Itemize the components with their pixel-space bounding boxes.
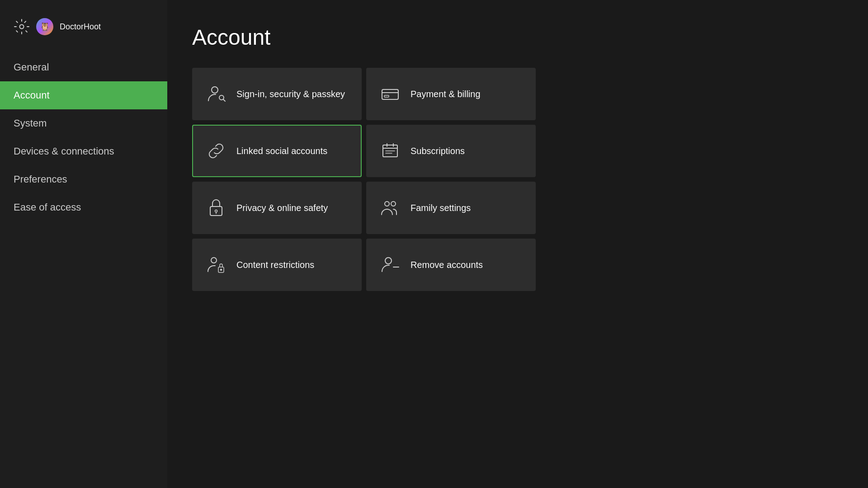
tile-subscriptions-label: Subscriptions <box>410 145 465 157</box>
svg-point-1 <box>212 87 218 93</box>
tile-linked-social-label: Linked social accounts <box>236 145 327 157</box>
tile-subscriptions[interactable]: Subscriptions <box>366 125 536 177</box>
link-icon <box>206 141 226 161</box>
username-label: DoctorHoot <box>60 22 101 32</box>
sidebar-item-preferences[interactable]: Preferences <box>0 165 167 193</box>
main-content: Account Sign-in, security & passkey <box>167 0 868 488</box>
sidebar-item-ease[interactable]: Ease of access <box>0 193 167 221</box>
svg-point-14 <box>385 202 389 206</box>
tile-family-label: Family settings <box>410 202 471 214</box>
tile-remove[interactable]: Remove accounts <box>366 239 536 291</box>
tile-content[interactable]: Content restrictions <box>192 239 362 291</box>
lock-icon <box>206 197 226 218</box>
sidebar: 🦉 DoctorHoot General Account System Devi… <box>0 0 167 488</box>
tiles-grid: Sign-in, security & passkey Payment & bi… <box>192 68 536 291</box>
person-lock-icon <box>206 254 226 275</box>
tile-family[interactable]: Family settings <box>366 182 536 234</box>
svg-rect-4 <box>382 89 398 99</box>
tile-privacy-label: Privacy & online safety <box>236 202 328 214</box>
tile-privacy[interactable]: Privacy & online safety <box>192 182 362 234</box>
sidebar-header: 🦉 DoctorHoot <box>0 14 167 49</box>
tile-sign-in-label: Sign-in, security & passkey <box>236 88 345 100</box>
tile-payment[interactable]: Payment & billing <box>366 68 536 120</box>
tile-content-label: Content restrictions <box>236 259 314 271</box>
person-remove-icon <box>380 254 401 275</box>
tile-linked-social[interactable]: Linked social accounts <box>192 125 362 177</box>
avatar: 🦉 <box>36 18 53 35</box>
page-title: Account <box>192 25 841 50</box>
svg-rect-11 <box>210 206 222 216</box>
sidebar-item-account[interactable]: Account <box>0 81 167 109</box>
svg-line-3 <box>223 99 226 102</box>
sidebar-nav: General Account System Devices & connect… <box>0 53 167 221</box>
svg-rect-6 <box>384 95 389 97</box>
svg-point-16 <box>211 258 217 263</box>
sidebar-item-system[interactable]: System <box>0 109 167 137</box>
tile-remove-label: Remove accounts <box>410 259 483 271</box>
subscriptions-icon <box>380 141 401 161</box>
credit-card-icon <box>380 84 401 104</box>
svg-point-18 <box>221 269 222 271</box>
svg-point-0 <box>20 25 24 29</box>
sidebar-item-general[interactable]: General <box>0 53 167 81</box>
gear-icon <box>14 19 30 35</box>
person-key-icon <box>206 84 226 104</box>
svg-point-19 <box>385 258 392 264</box>
svg-point-15 <box>391 202 396 206</box>
tile-payment-label: Payment & billing <box>410 88 481 100</box>
family-icon <box>380 197 401 218</box>
tile-sign-in[interactable]: Sign-in, security & passkey <box>192 68 362 120</box>
sidebar-item-devices[interactable]: Devices & connections <box>0 137 167 165</box>
